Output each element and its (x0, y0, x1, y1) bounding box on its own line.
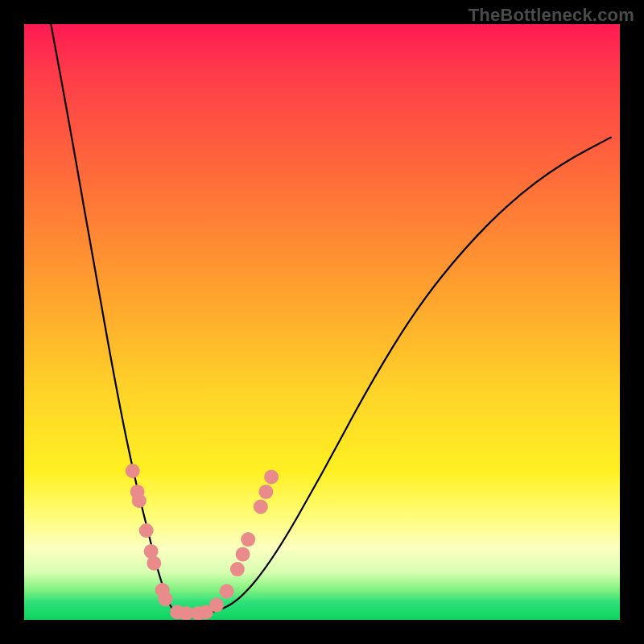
curve-marker (236, 547, 250, 562)
curve-marker (264, 469, 279, 484)
curve-marker (241, 532, 255, 547)
curve-marker (147, 556, 161, 571)
curve-marker (220, 584, 234, 599)
curve-marker (126, 464, 140, 478)
curve-marker (132, 493, 147, 508)
curve-marker (258, 485, 273, 499)
chart-plot-area (24, 24, 620, 620)
curve-marker (158, 592, 172, 606)
curve-marker (139, 523, 154, 538)
curve-marker (254, 499, 268, 514)
curve-marker (230, 562, 245, 576)
curve-marker (209, 598, 224, 613)
watermark-label: TheBottleneck.com (469, 5, 634, 26)
bottleneck-curve (24, 24, 620, 620)
